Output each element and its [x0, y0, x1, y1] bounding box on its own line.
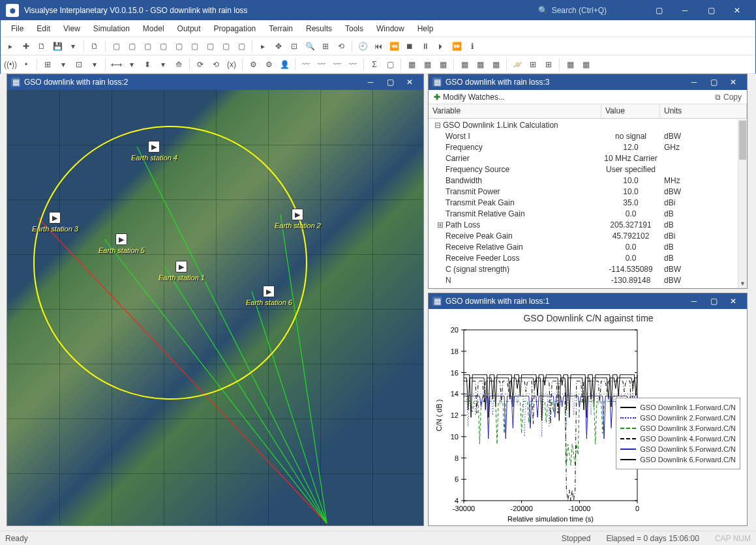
menu-output[interactable]: Output: [172, 22, 206, 35]
toolbar-button[interactable]: ▦: [489, 57, 503, 72]
menu-terrain[interactable]: Terrain: [264, 22, 298, 35]
table-row[interactable]: Worst Ino signaldBW: [429, 130, 738, 141]
toolbar-button[interactable]: ▦: [420, 57, 434, 72]
menu-simulation[interactable]: Simulation: [88, 22, 135, 35]
toolbar-button[interactable]: ▾: [66, 39, 80, 53]
table-row[interactable]: Transmit Relative Gain0.0dB: [429, 208, 738, 219]
toolbar-button[interactable]: 〰: [330, 57, 344, 72]
toolbar-button[interactable]: ▾: [156, 57, 170, 72]
toolbar-button[interactable]: 🗋: [87, 39, 102, 53]
toolbar-button[interactable]: ⟷: [109, 57, 123, 72]
toolbar-button[interactable]: 💾: [50, 39, 65, 53]
toolbar-button[interactable]: 〰: [299, 57, 313, 72]
toolbar-button[interactable]: ⚙: [262, 57, 276, 72]
toolbar-button[interactable]: ⏩: [449, 39, 464, 53]
earth-station[interactable]: ▶Earth station 2: [275, 209, 321, 229]
menu-help[interactable]: Help: [412, 22, 439, 35]
table-row[interactable]: C (signal strength)-114.535089dBW: [429, 263, 738, 274]
toolbar-button[interactable]: ▢: [219, 39, 233, 53]
toolbar-button[interactable]: ⚙: [246, 57, 260, 72]
plus-icon[interactable]: ✚: [434, 93, 440, 102]
earth-station[interactable]: ▶Earth station 5: [98, 233, 145, 254]
toolbar-button[interactable]: ▢: [187, 39, 202, 53]
toolbar-button[interactable]: ⏪: [387, 39, 401, 53]
toolbar-button[interactable]: ▦: [579, 57, 593, 72]
toolbar-button[interactable]: ▾: [125, 57, 139, 72]
col-value[interactable]: Value: [601, 104, 660, 118]
pane-maximize-icon[interactable]: ▢: [704, 295, 723, 308]
search-box[interactable]: 🔍 Search (Ctrl+Q): [538, 6, 607, 15]
toolbar-button[interactable]: 🪐: [510, 57, 524, 72]
pane-chart-titlebar[interactable]: ▦ GSO downlink with rain loss:1 ─ ▢ ✕: [429, 293, 747, 309]
toolbar-button[interactable]: ▦: [404, 57, 419, 72]
table-row[interactable]: Frequency12.0GHz: [429, 141, 738, 153]
earth-station[interactable]: ▶Earth station 4: [131, 141, 177, 162]
menu-window[interactable]: Window: [371, 22, 410, 35]
col-units[interactable]: Units: [660, 104, 747, 118]
table-row[interactable]: Transmit Peak Gain35.0dBi: [429, 197, 738, 208]
col-variable[interactable]: Variable: [429, 104, 601, 118]
notifications-icon[interactable]: ▢: [646, 1, 672, 20]
toolbar-button[interactable]: 🗋: [35, 39, 49, 53]
toolbar-button[interactable]: ▦: [436, 57, 450, 72]
toolbar-button[interactable]: ⟳: [193, 57, 207, 72]
chart-view[interactable]: GSO Downlink C/N against time 4681012141…: [429, 309, 747, 525]
menu-propagation[interactable]: Propagation: [209, 22, 262, 35]
menu-edit[interactable]: Edit: [31, 22, 55, 35]
table-row[interactable]: Receive Peak Gain45.792102dBi: [429, 230, 738, 241]
toolbar-button[interactable]: ▸: [3, 39, 18, 53]
toolbar-button[interactable]: ▢: [109, 39, 123, 53]
menu-tools[interactable]: Tools: [340, 22, 369, 35]
table-row[interactable]: Carrier10 MHz Carrier: [429, 153, 738, 164]
toolbar-button[interactable]: ▢: [156, 39, 170, 53]
toolbar-button[interactable]: ⟲: [209, 57, 223, 72]
toolbar-button[interactable]: (x): [224, 57, 239, 72]
pane-map-titlebar[interactable]: ▦ GSO downlink with rain loss:2 ─ ▢ ✕: [7, 74, 423, 90]
toolbar-button[interactable]: ▦: [563, 57, 577, 72]
toolbar-button[interactable]: ⊡: [287, 39, 301, 53]
toolbar-button[interactable]: ⟲: [334, 39, 348, 53]
scrollbar[interactable]: ▲ ▼: [738, 119, 747, 288]
watches-table[interactable]: ⊟GSO Downlink 1.Link CalculationWorst In…: [429, 119, 738, 288]
pane-maximize-icon[interactable]: ▢: [704, 76, 723, 89]
toolbar-button[interactable]: ⊞: [541, 57, 556, 72]
menu-results[interactable]: Results: [301, 22, 337, 35]
toolbar-button[interactable]: ▦: [457, 57, 472, 72]
toolbar-button[interactable]: ▢: [383, 57, 397, 72]
toolbar-button[interactable]: ▢: [125, 39, 139, 53]
modify-watches-link[interactable]: Modify Watches...: [443, 93, 505, 102]
toolbar-button[interactable]: Σ: [367, 57, 382, 72]
pane-close-icon[interactable]: ✕: [723, 76, 743, 89]
toolbar-button[interactable]: ▢: [172, 39, 186, 53]
toolbar-button[interactable]: ⊡: [72, 57, 86, 72]
minimize-button[interactable]: ─: [672, 1, 698, 20]
table-row[interactable]: ⊞Path Loss205.327191dB: [429, 219, 738, 230]
close-button[interactable]: ✕: [724, 1, 750, 20]
pane-minimize-icon[interactable]: ─: [684, 295, 704, 308]
toolbar-button[interactable]: ✥: [271, 39, 286, 53]
pane-watches-titlebar[interactable]: ▦ GSO downlink with rain loss:3 ─ ▢ ✕: [429, 74, 747, 90]
pane-minimize-icon[interactable]: ─: [684, 76, 704, 89]
table-group-row[interactable]: ⊟GSO Downlink 1.Link Calculation: [429, 119, 738, 130]
toolbar-button[interactable]: ⊞: [526, 57, 540, 72]
table-row[interactable]: Bandwidth10.0MHz: [429, 175, 738, 186]
toolbar-button[interactable]: ▢: [234, 39, 249, 53]
earth-station[interactable]: ▶Earth station 1: [159, 261, 205, 282]
toolbar-button[interactable]: ▦: [473, 57, 487, 72]
toolbar-button[interactable]: 〰: [346, 57, 360, 72]
toolbar-button[interactable]: 👤: [277, 57, 292, 72]
map-view[interactable]: ▶Earth station 4▶Earth station 3▶Earth s…: [7, 90, 423, 525]
toolbar-button[interactable]: ✚: [19, 39, 33, 53]
toolbar-button[interactable]: 🕘: [355, 39, 370, 53]
toolbar-button[interactable]: ▾: [87, 57, 102, 72]
table-row[interactable]: N-130.89148dBW: [429, 274, 738, 286]
toolbar-button[interactable]: ▢: [140, 39, 155, 53]
toolbar-button[interactable]: 🔍: [303, 39, 317, 53]
table-row[interactable]: Transmit Power10.0dBW: [429, 186, 738, 197]
toolbar-button[interactable]: ℹ: [465, 39, 479, 53]
toolbar-button[interactable]: ⏸: [418, 39, 432, 53]
table-row[interactable]: Frequency SourceUser specified: [429, 164, 738, 175]
scroll-down-icon[interactable]: ▼: [738, 279, 747, 288]
menu-file[interactable]: File: [6, 22, 29, 35]
table-row[interactable]: Receive Relative Gain0.0dB: [429, 241, 738, 252]
